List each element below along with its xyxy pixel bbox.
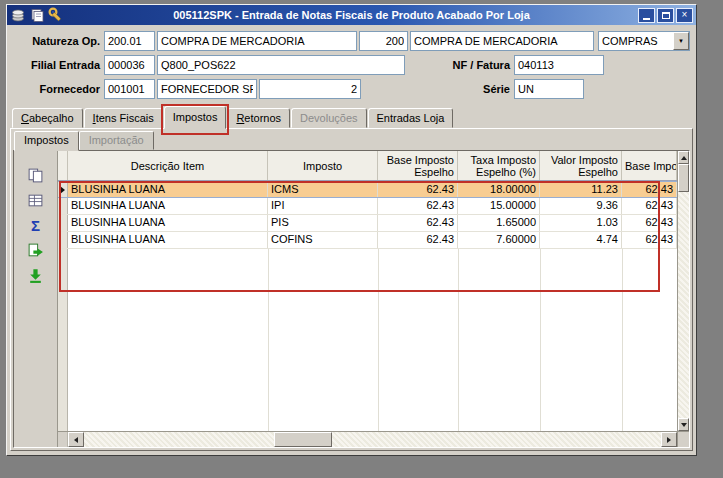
header-valor-imposto-espelho: Valor Imposto Espelho [540, 151, 622, 180]
filial-desc-input[interactable] [157, 55, 405, 75]
header-taxa-imposto-espelho: Taxa Imposto Espelho (%) [458, 151, 540, 180]
subtab-importacao: Importação [79, 131, 154, 150]
minimize-button[interactable] [638, 8, 655, 23]
sum-button[interactable]: Σ [25, 215, 47, 235]
maximize-button[interactable] [657, 8, 674, 23]
cell-taxa-espelho: 1.65000 [458, 215, 540, 231]
cell-valor-espelho: 9.36 [540, 198, 622, 214]
form-row-natureza: Natureza Op. COMPRAS ▼ [12, 31, 691, 52]
scrollbar-corner-left [58, 432, 68, 447]
row-indicator-cell [58, 198, 68, 214]
nf-fatura-label: NF / Fatura [404, 59, 510, 71]
impostos-grid: Descrição Item Imposto Base Imposto Espe… [58, 151, 689, 447]
cell-base-espelho: 62.43 [378, 232, 458, 248]
table-row[interactable]: BLUSINHA LUANA IPI 62.43 15.00000 9.36 6… [58, 198, 677, 215]
cell-imposto: ICMS [268, 182, 378, 197]
tab-label: Cabeçalho [21, 112, 74, 124]
tipo-operacao-select[interactable]: COMPRAS ▼ [598, 31, 690, 51]
fornecedor-loja-input[interactable] [259, 79, 361, 99]
cell-base-espelho: 62.43 [378, 182, 458, 197]
horizontal-scrollbar[interactable] [58, 431, 677, 447]
scroll-up-button[interactable] [678, 151, 689, 164]
header-imposto: Imposto [268, 151, 378, 180]
horizontal-scroll-thumb[interactable] [274, 432, 332, 447]
tab-bar: Cabeçalho Itens Fiscais Impostos Retorno… [7, 103, 696, 128]
scroll-down-button[interactable] [678, 418, 689, 431]
filial-code-input[interactable] [104, 55, 155, 75]
export-sheet-button[interactable] [25, 240, 47, 260]
cell-valor-espelho: 1.03 [540, 215, 622, 231]
vertical-scroll-thumb[interactable] [678, 164, 689, 192]
tab-cabecalho[interactable]: Cabeçalho [12, 108, 83, 128]
row-indicator-cell [58, 232, 68, 248]
fornecedor-code-input[interactable] [104, 79, 155, 99]
coins-stack-icon [10, 7, 26, 23]
natureza-desc-input[interactable] [157, 31, 357, 51]
form-row-filial: Filial Entrada NF / Fatura [12, 55, 691, 76]
close-icon: × [682, 10, 688, 20]
subtab-label: Impostos [24, 134, 69, 146]
cell-valor-espelho: 4.74 [540, 232, 622, 248]
header-descricao-item: Descrição Item [68, 151, 268, 180]
export-down-button[interactable] [25, 265, 47, 285]
natureza-code-input[interactable] [104, 31, 155, 51]
filial-label: Filial Entrada [12, 59, 100, 71]
spreadsheet-button[interactable] [25, 190, 47, 210]
scroll-right-button[interactable] [661, 432, 677, 447]
titlebar: 005112SPK - Entrada de Notas Fiscais de … [7, 5, 696, 25]
tab-impostos[interactable]: Impostos [164, 106, 227, 129]
horizontal-scroll-track[interactable] [84, 432, 661, 447]
cell-base-espelho: 62.43 [378, 215, 458, 231]
cell-taxa-espelho: 18.00000 [458, 182, 540, 197]
tab-devolucoes: Devoluções [291, 108, 366, 128]
dropdown-button[interactable]: ▼ [673, 32, 689, 50]
tab-entradas-loja[interactable]: Entradas Loja [368, 108, 454, 128]
header-base-imposto: Base Impos [622, 151, 677, 180]
cell-base-2: 62.43 [622, 198, 677, 214]
cell-taxa-espelho: 15.00000 [458, 198, 540, 214]
window-title: 005112SPK - Entrada de Notas Fiscais de … [7, 9, 696, 21]
form-row-fornecedor: Fornecedor Série [12, 79, 691, 100]
sigma-icon: Σ [31, 218, 40, 233]
scroll-left-button[interactable] [68, 432, 84, 447]
vertical-scrollbar[interactable] [678, 151, 689, 431]
table-row[interactable]: BLUSINHA LUANA ICMS 62.43 18.00000 11.23… [58, 181, 677, 198]
close-button[interactable]: × [676, 8, 693, 23]
cell-base-2: 62.43 [622, 215, 677, 231]
header-base-imposto-espelho: Base Imposto Espelho [378, 151, 458, 180]
fornecedor-desc-input[interactable] [157, 79, 257, 99]
cell-taxa-espelho: 7.60000 [458, 232, 540, 248]
grid-rows-area: BLUSINHA LUANA ICMS 62.43 18.00000 11.23… [58, 181, 677, 431]
cell-descricao: BLUSINHA LUANA [68, 198, 268, 214]
window-controls: × [638, 8, 693, 23]
subtab-impostos[interactable]: Impostos [14, 131, 79, 151]
cell-imposto: PIS [268, 215, 378, 231]
nf-fatura-input[interactable] [514, 55, 604, 75]
copy-icon [27, 167, 44, 184]
grid-header: Descrição Item Imposto Base Imposto Espe… [58, 151, 677, 181]
natureza-group-desc-input[interactable] [410, 31, 594, 51]
tab-label: Impostos [173, 111, 218, 123]
cell-valor-espelho: 11.23 [540, 182, 622, 197]
cell-imposto: COFINS [268, 232, 378, 248]
app-window: 005112SPK - Entrada de Notas Fiscais de … [6, 4, 697, 456]
copy-grid-button[interactable] [25, 165, 47, 185]
row-indicator-cell [58, 215, 68, 231]
tab-retornos[interactable]: Retornos [227, 108, 290, 128]
vertical-scroll-track[interactable] [678, 192, 689, 418]
serie-input[interactable] [514, 79, 584, 99]
natureza-group-code-input[interactable] [359, 31, 408, 51]
cell-descricao: BLUSINHA LUANA [68, 232, 268, 248]
grid-toolbar: Σ [14, 151, 58, 447]
maximize-icon [662, 12, 670, 19]
tab-itens-fiscais[interactable]: Itens Fiscais [84, 108, 163, 128]
minimize-icon [643, 18, 650, 20]
row-indicator-cell [58, 182, 68, 197]
header-form: Natureza Op. COMPRAS ▼ Filial Entrada NF… [7, 25, 696, 100]
cell-descricao: BLUSINHA LUANA [68, 215, 268, 231]
cell-base-2: 62.43 [622, 232, 677, 248]
table-row[interactable]: BLUSINHA LUANA PIS 62.43 1.65000 1.03 62… [58, 215, 677, 232]
table-row[interactable]: BLUSINHA LUANA COFINS 62.43 7.60000 4.74… [58, 232, 677, 249]
tab-label: Devoluções [300, 112, 357, 124]
header-selector-cell [58, 151, 68, 180]
